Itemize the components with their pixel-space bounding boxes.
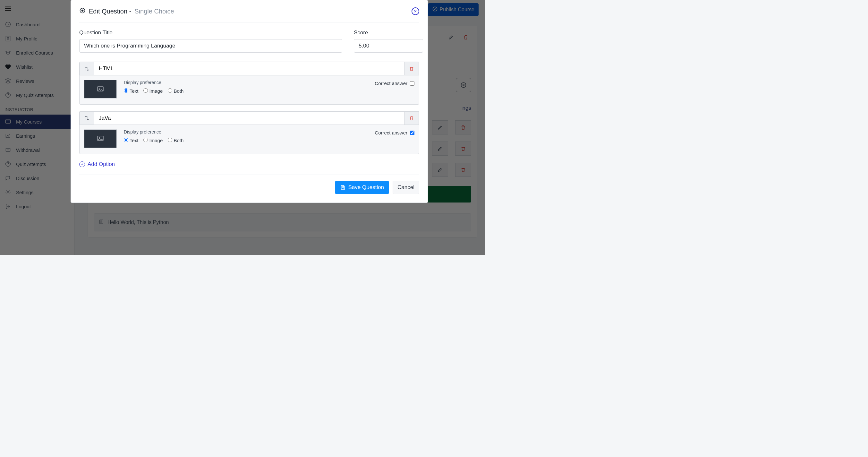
modal-title: Edit Question - Single Choice	[89, 8, 174, 15]
display-preference-label: Display preference	[124, 129, 184, 134]
display-both-radio[interactable]: Both	[168, 88, 184, 94]
display-image-radio[interactable]: Image	[144, 88, 163, 94]
svg-rect-19	[342, 188, 344, 189]
correct-answer-checkbox[interactable]	[410, 81, 414, 86]
question-title-input[interactable]	[79, 39, 342, 53]
display-preference-label: Display preference	[124, 80, 184, 85]
cancel-button[interactable]: Cancel	[393, 181, 419, 194]
correct-answer-label: Correct answer	[375, 81, 407, 86]
option-text-input[interactable]	[94, 111, 404, 125]
correct-answer-label: Correct answer	[375, 130, 407, 135]
save-icon	[340, 185, 346, 190]
cancel-label: Cancel	[397, 184, 414, 191]
plus-circle-icon	[79, 161, 85, 167]
add-option-button[interactable]: Add Option	[79, 161, 115, 167]
radio-target-icon	[79, 7, 86, 15]
option-block: Display preference Text Image Both Corre…	[79, 62, 419, 104]
save-question-button[interactable]: Save Question	[335, 181, 389, 194]
drag-handle[interactable]	[80, 111, 94, 125]
drag-handle[interactable]	[80, 62, 94, 75]
correct-answer-checkbox[interactable]	[410, 131, 414, 135]
score-label: Score	[354, 30, 423, 36]
question-title-label: Question Title	[79, 30, 342, 36]
display-text-radio[interactable]: Text	[124, 138, 138, 143]
option-image-placeholder[interactable]	[84, 129, 117, 148]
option-text-input[interactable]	[94, 62, 404, 75]
edit-question-modal: Edit Question - Single Choice Question T…	[70, 0, 428, 203]
modal-title-strong: Edit Question -	[89, 8, 131, 15]
display-both-radio[interactable]: Both	[168, 138, 184, 143]
save-label: Save Question	[348, 184, 384, 191]
close-modal-button[interactable]	[411, 7, 419, 15]
display-text-radio[interactable]: Text	[124, 88, 138, 94]
svg-point-14	[82, 10, 84, 12]
add-option-label: Add Option	[88, 161, 115, 167]
delete-option-button[interactable]	[404, 62, 419, 75]
delete-option-button[interactable]	[404, 111, 419, 125]
option-block: Display preference Text Image Both Corre…	[79, 111, 419, 154]
option-image-placeholder[interactable]	[84, 80, 117, 98]
modal-title-muted: Single Choice	[134, 8, 174, 15]
display-image-radio[interactable]: Image	[144, 138, 163, 143]
score-input[interactable]	[354, 39, 423, 53]
